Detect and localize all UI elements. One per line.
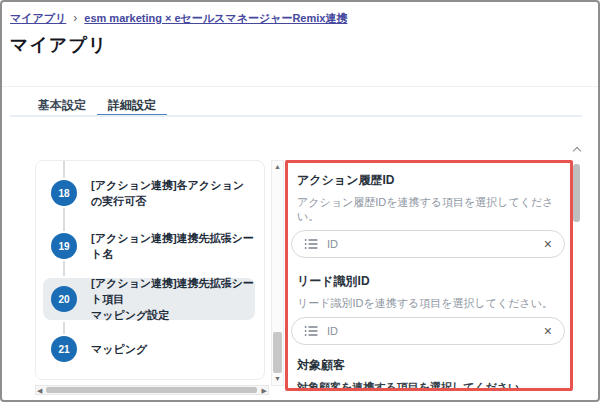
tab-bar: 基本設定 詳細設定 <box>27 96 167 117</box>
header-divider <box>2 86 598 87</box>
step-item-21[interactable]: 21 マッピング <box>43 328 255 370</box>
step-number-badge: 20 <box>51 286 77 312</box>
step-label-line2: マッピング設定 <box>91 309 169 321</box>
field-description: 対象顧客を連携する項目を選択してください。 <box>291 380 565 391</box>
clear-x-icon[interactable]: × <box>544 237 552 251</box>
tab-basic-settings[interactable]: 基本設定 <box>27 96 97 117</box>
list-bulleted-icon <box>304 325 318 337</box>
step-label: [アクション連携]各アクションの実行可否 <box>91 177 255 209</box>
step-label: [アクション連携]連携先拡張シート名 <box>91 230 255 262</box>
scroll-down-arrow-icon[interactable]: ▼ <box>272 373 283 385</box>
step-item-20-selected[interactable]: 20 [アクション連携]連携先拡張シート項目 マッピング設定 <box>43 278 255 320</box>
lead-id-select[interactable]: ID × <box>291 317 565 345</box>
step-label-line1: [アクション連携]連携先拡張シート項目 <box>91 277 254 305</box>
scrollbar-thumb[interactable] <box>273 332 282 373</box>
action-history-id-select[interactable]: ID × <box>291 230 565 258</box>
step-label: マッピング <box>91 341 147 357</box>
scrollbar-thumb[interactable] <box>573 164 580 222</box>
step-item-19[interactable]: 19 [アクション連携]連携先拡張シート名 <box>43 225 255 267</box>
step-list: 18 [アクション連携]各アクションの実行可否 19 [アクション連携]連携先拡… <box>35 160 265 380</box>
chevron-right-icon: › <box>73 12 77 24</box>
chevron-up-icon[interactable] <box>573 147 581 155</box>
tab-advanced-settings[interactable]: 詳細設定 <box>97 96 167 117</box>
list-bulleted-icon <box>304 238 318 250</box>
step-label: [アクション連携]連携先拡張シート項目 マッピング設定 <box>91 275 255 323</box>
selected-value: ID <box>327 238 535 250</box>
step-number-badge: 18 <box>51 180 77 206</box>
stepper-horizontal-scrollbar[interactable]: ◀ ▶ <box>35 385 269 395</box>
step-item-18[interactable]: 18 [アクション連携]各アクションの実行可否 <box>43 172 255 214</box>
scroll-right-arrow-icon[interactable]: ▶ <box>262 386 267 394</box>
step-number-badge: 19 <box>51 233 77 259</box>
page-title: マイアプリ <box>10 33 107 57</box>
field-label-action-history-id: アクション履歴ID <box>291 173 565 188</box>
clear-x-icon[interactable]: × <box>544 324 552 338</box>
scrollbar-thumb[interactable] <box>46 387 257 393</box>
scroll-up-arrow-icon[interactable]: ▲ <box>272 161 283 173</box>
stepper-vertical-scrollbar[interactable]: ▲ ▼ <box>271 160 284 386</box>
field-description: リード識別IDを連携する項目を選択してください。 <box>291 296 565 310</box>
field-label-target-customer: 対象顧客 <box>291 358 565 373</box>
scroll-left-arrow-icon[interactable]: ◀ <box>37 386 42 394</box>
step-number-badge: 21 <box>51 336 77 362</box>
breadcrumb-link-myapps[interactable]: マイアプリ <box>10 11 66 26</box>
breadcrumb-link-integration[interactable]: esm marketing × eセールスマネージャーRemix連携 <box>84 11 347 26</box>
app-window: マイアプリ › esm marketing × eセールスマネージャーRemix… <box>0 0 600 402</box>
field-description: アクション履歴IDを連携する項目を選択してください。 <box>291 195 565 223</box>
breadcrumb: マイアプリ › esm marketing × eセールスマネージャーRemix… <box>10 11 347 26</box>
form-vertical-scrollbar[interactable] <box>572 145 581 392</box>
selected-value: ID <box>327 325 535 337</box>
tab-bar-border <box>10 115 582 117</box>
field-label-lead-id: リード識別ID <box>291 274 565 289</box>
advanced-settings-form: アクション履歴ID アクション履歴IDを連携する項目を選択してください。 ID … <box>291 163 565 391</box>
